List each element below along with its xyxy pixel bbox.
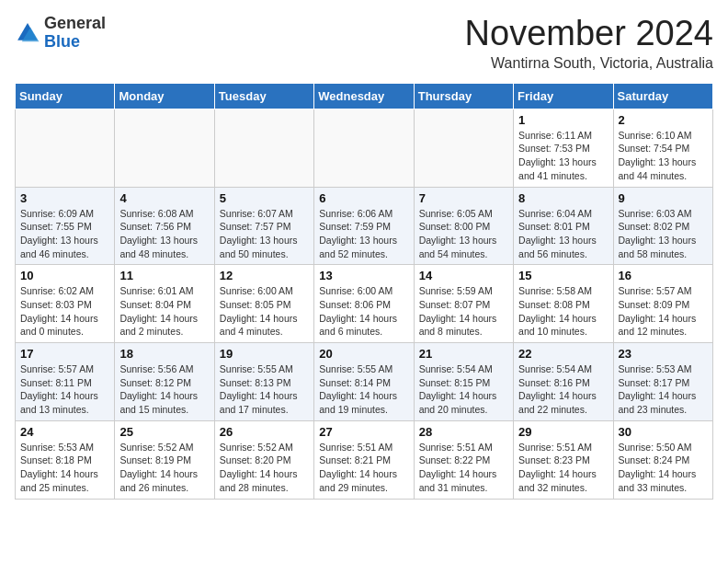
day-info: Sunrise: 5:55 AMSunset: 8:13 PMDaylight:…: [220, 362, 309, 417]
day-info: Sunrise: 6:09 AMSunset: 7:55 PMDaylight:…: [20, 207, 109, 261]
calendar-cell: 6Sunrise: 6:06 AMSunset: 7:59 PMDaylight…: [314, 187, 414, 265]
logo-icon: [15, 20, 40, 46]
calendar-table: SundayMondayTuesdayWednesdayThursdayFrid…: [15, 83, 713, 500]
day-number: 9: [619, 191, 708, 205]
calendar-cell: 12Sunrise: 6:00 AMSunset: 8:05 PMDayligh…: [214, 265, 313, 343]
calendar-cell: 2Sunrise: 6:10 AMSunset: 7:54 PMDaylight…: [613, 109, 712, 187]
day-info: Sunrise: 6:03 AMSunset: 8:02 PMDaylight:…: [619, 207, 708, 261]
day-info: Sunrise: 5:51 AMSunset: 8:21 PMDaylight:…: [319, 441, 408, 495]
day-info: Sunrise: 6:01 AMSunset: 8:04 PMDaylight:…: [119, 284, 209, 339]
day-info: Sunrise: 5:54 AMSunset: 8:15 PMDaylight:…: [419, 362, 508, 417]
calendar-cell: 26Sunrise: 5:52 AMSunset: 8:20 PMDayligh…: [214, 420, 313, 499]
day-number: 11: [119, 269, 209, 282]
day-number: 14: [419, 269, 508, 282]
day-info: Sunrise: 6:02 AMSunset: 8:03 PMDaylight:…: [20, 284, 109, 339]
day-info: Sunrise: 5:51 AMSunset: 8:22 PMDaylight:…: [419, 441, 508, 495]
day-info: Sunrise: 6:06 AMSunset: 7:59 PMDaylight:…: [319, 207, 408, 261]
day-number: 12: [220, 269, 309, 282]
calendar-day-header: Friday: [514, 83, 613, 109]
calendar-cell: 25Sunrise: 5:52 AMSunset: 8:19 PMDayligh…: [115, 420, 214, 499]
day-info: Sunrise: 5:54 AMSunset: 8:16 PMDaylight:…: [518, 362, 608, 417]
calendar-day-header: Monday: [115, 83, 214, 109]
day-info: Sunrise: 6:10 AMSunset: 7:54 PMDaylight:…: [619, 129, 708, 183]
calendar-cell: 20Sunrise: 5:55 AMSunset: 8:14 PMDayligh…: [314, 343, 414, 421]
calendar-day-header: Saturday: [613, 83, 712, 109]
calendar-cell: 19Sunrise: 5:55 AMSunset: 8:13 PMDayligh…: [214, 343, 313, 421]
day-info: Sunrise: 5:53 AMSunset: 8:17 PMDaylight:…: [619, 362, 708, 417]
calendar-cell: 27Sunrise: 5:51 AMSunset: 8:21 PMDayligh…: [314, 420, 414, 499]
day-info: Sunrise: 6:00 AMSunset: 8:06 PMDaylight:…: [319, 284, 408, 339]
calendar-cell: 10Sunrise: 6:02 AMSunset: 8:03 PMDayligh…: [16, 265, 115, 343]
day-info: Sunrise: 5:57 AMSunset: 8:09 PMDaylight:…: [619, 284, 708, 339]
calendar-cell: 30Sunrise: 5:50 AMSunset: 8:24 PMDayligh…: [613, 420, 712, 499]
calendar-cell: [115, 109, 214, 187]
calendar-cell: [214, 109, 313, 187]
calendar-day-header: Wednesday: [314, 83, 414, 109]
day-number: 19: [220, 347, 309, 361]
day-number: 26: [220, 425, 309, 439]
calendar-cell: 21Sunrise: 5:54 AMSunset: 8:15 PMDayligh…: [414, 343, 513, 421]
day-info: Sunrise: 5:53 AMSunset: 8:18 PMDaylight:…: [20, 441, 109, 495]
day-number: 23: [619, 347, 708, 361]
calendar-day-header: Sunday: [16, 83, 115, 109]
day-number: 1: [518, 113, 608, 127]
logo-blue-text: Blue: [44, 32, 80, 51]
logo: General Blue: [15, 15, 106, 52]
calendar-day-header: Tuesday: [214, 83, 313, 109]
day-info: Sunrise: 5:59 AMSunset: 8:07 PMDaylight:…: [419, 284, 508, 339]
day-number: 13: [319, 269, 408, 282]
calendar-cell: 3Sunrise: 6:09 AMSunset: 7:55 PMDaylight…: [16, 187, 115, 265]
day-number: 21: [419, 347, 508, 361]
calendar-day-header: Thursday: [414, 83, 513, 109]
calendar-cell: 8Sunrise: 6:04 AMSunset: 8:01 PMDaylight…: [514, 187, 613, 265]
calendar-cell: 14Sunrise: 5:59 AMSunset: 8:07 PMDayligh…: [414, 265, 513, 343]
day-info: Sunrise: 5:52 AMSunset: 8:19 PMDaylight:…: [119, 441, 209, 495]
day-info: Sunrise: 5:52 AMSunset: 8:20 PMDaylight:…: [220, 441, 309, 495]
calendar-cell: 17Sunrise: 5:57 AMSunset: 8:11 PMDayligh…: [16, 343, 115, 421]
calendar-cell: 15Sunrise: 5:58 AMSunset: 8:08 PMDayligh…: [514, 265, 613, 343]
day-number: 27: [319, 425, 408, 439]
day-number: 22: [518, 347, 608, 361]
day-number: 18: [119, 347, 209, 361]
day-number: 3: [20, 191, 109, 205]
day-info: Sunrise: 5:56 AMSunset: 8:12 PMDaylight:…: [119, 362, 209, 417]
day-number: 10: [20, 269, 109, 282]
day-info: Sunrise: 5:50 AMSunset: 8:24 PMDaylight:…: [619, 441, 708, 495]
calendar-cell: 4Sunrise: 6:08 AMSunset: 7:56 PMDaylight…: [115, 187, 214, 265]
day-info: Sunrise: 6:00 AMSunset: 8:05 PMDaylight:…: [220, 284, 309, 339]
calendar-cell: 5Sunrise: 6:07 AMSunset: 7:57 PMDaylight…: [214, 187, 313, 265]
day-number: 20: [319, 347, 408, 361]
day-number: 8: [518, 191, 608, 205]
day-number: 28: [419, 425, 508, 439]
calendar-cell: 1Sunrise: 6:11 AMSunset: 7:53 PMDaylight…: [514, 109, 613, 187]
day-info: Sunrise: 5:55 AMSunset: 8:14 PMDaylight:…: [319, 362, 408, 417]
location-subtitle: Wantirna South, Victoria, Australia: [465, 55, 713, 72]
logo-general-text: General: [44, 14, 106, 32]
day-info: Sunrise: 6:04 AMSunset: 8:01 PMDaylight:…: [518, 207, 608, 261]
calendar-cell: 16Sunrise: 5:57 AMSunset: 8:09 PMDayligh…: [613, 265, 712, 343]
title-block: November 2024 Wantirna South, Victoria, …: [465, 15, 713, 72]
calendar-cell: 29Sunrise: 5:51 AMSunset: 8:23 PMDayligh…: [514, 420, 613, 499]
day-number: 24: [20, 425, 109, 439]
day-number: 25: [119, 425, 209, 439]
page-header: General Blue November 2024 Wantirna Sout…: [15, 15, 713, 72]
calendar-cell: 18Sunrise: 5:56 AMSunset: 8:12 PMDayligh…: [115, 343, 214, 421]
calendar-cell: 24Sunrise: 5:53 AMSunset: 8:18 PMDayligh…: [16, 420, 115, 499]
day-number: 2: [619, 113, 708, 127]
calendar-cell: 13Sunrise: 6:00 AMSunset: 8:06 PMDayligh…: [314, 265, 414, 343]
month-title: November 2024: [465, 15, 713, 53]
calendar-cell: 22Sunrise: 5:54 AMSunset: 8:16 PMDayligh…: [514, 343, 613, 421]
day-info: Sunrise: 5:58 AMSunset: 8:08 PMDaylight:…: [518, 284, 608, 339]
day-info: Sunrise: 5:57 AMSunset: 8:11 PMDaylight:…: [20, 362, 109, 417]
calendar-cell: [314, 109, 414, 187]
calendar-cell: 9Sunrise: 6:03 AMSunset: 8:02 PMDaylight…: [613, 187, 712, 265]
day-info: Sunrise: 5:51 AMSunset: 8:23 PMDaylight:…: [518, 441, 608, 495]
day-info: Sunrise: 6:07 AMSunset: 7:57 PMDaylight:…: [220, 207, 309, 261]
calendar-cell: [414, 109, 513, 187]
day-number: 15: [518, 269, 608, 282]
calendar-cell: 11Sunrise: 6:01 AMSunset: 8:04 PMDayligh…: [115, 265, 214, 343]
day-number: 4: [119, 191, 209, 205]
day-number: 30: [619, 425, 708, 439]
calendar-cell: 28Sunrise: 5:51 AMSunset: 8:22 PMDayligh…: [414, 420, 513, 499]
day-number: 7: [419, 191, 508, 205]
